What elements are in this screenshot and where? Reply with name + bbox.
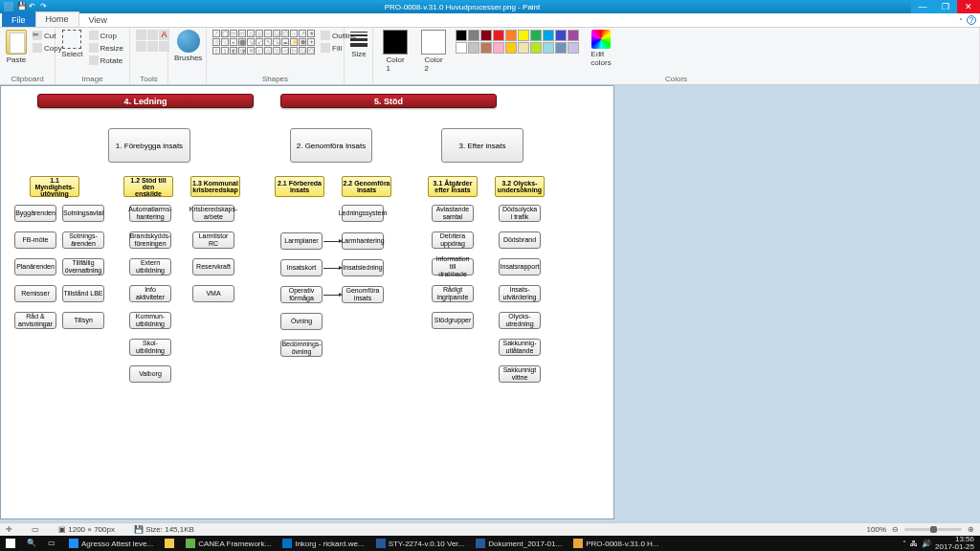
resize-button[interactable]: Resize bbox=[89, 42, 123, 54]
tab-file[interactable]: File bbox=[2, 13, 35, 27]
select-button[interactable]: Select bbox=[61, 30, 83, 58]
group-image: Select Crop Resize Rotate Image bbox=[56, 28, 130, 84]
zoom-out-button[interactable]: ⊖ bbox=[892, 525, 899, 534]
help-icon[interactable]: ? bbox=[967, 15, 976, 25]
canvas[interactable]: 4. Ledning5. Stöd1. Förebygga insats2. G… bbox=[0, 85, 614, 519]
box-11b: Sotningsavtal bbox=[62, 205, 104, 222]
tab-view[interactable]: View bbox=[79, 13, 117, 27]
box-12: Extern utbildning bbox=[129, 258, 171, 276]
word-icon bbox=[476, 539, 485, 548]
arrow bbox=[323, 295, 340, 296]
taskbar-item[interactable] bbox=[159, 536, 180, 551]
color-swatch[interactable] bbox=[480, 42, 492, 54]
zoom-in-button[interactable]: ⊕ bbox=[968, 525, 974, 534]
select-icon bbox=[62, 30, 81, 49]
box-12: Info aktiviteter bbox=[129, 285, 171, 302]
taskbar-item[interactable]: STY-2274-v.0.10 Ver... bbox=[370, 536, 471, 551]
color-swatch[interactable] bbox=[543, 42, 554, 54]
color-swatch[interactable] bbox=[518, 30, 529, 41]
outline-icon bbox=[321, 31, 330, 40]
color-swatch[interactable] bbox=[505, 42, 517, 54]
app-icon bbox=[4, 2, 13, 11]
crop-button[interactable]: Crop bbox=[89, 30, 123, 41]
pencil-icon[interactable] bbox=[136, 30, 146, 40]
process-1: 1. Förebygga insats bbox=[108, 128, 190, 163]
task-view-button[interactable]: ▭ bbox=[42, 536, 63, 551]
box-21: Operativ förmåga bbox=[280, 286, 323, 303]
tab-home[interactable]: Home bbox=[35, 11, 79, 27]
color-swatch[interactable] bbox=[568, 42, 579, 54]
box-13: Reservkraft bbox=[192, 258, 234, 276]
network-icon[interactable]: 🖧 bbox=[910, 540, 918, 548]
sub-11: 1.1 Myndighets- utövning bbox=[30, 176, 79, 197]
undo-icon[interactable]: ↶ bbox=[29, 2, 38, 11]
taskbar-item[interactable]: Dokument_2017-01... bbox=[470, 536, 568, 551]
color-swatch[interactable] bbox=[493, 42, 504, 54]
color-palette[interactable] bbox=[456, 30, 579, 54]
taskbar-item[interactable]: CANEA Framework... bbox=[180, 536, 277, 551]
color-swatch[interactable] bbox=[468, 42, 479, 54]
process-2: 2. Genomföra Insats bbox=[290, 128, 372, 163]
color-swatch[interactable] bbox=[555, 42, 567, 54]
box-22: Genomföra insats bbox=[342, 286, 384, 303]
sub-31: 3.1 Åtgärder efter insats bbox=[428, 176, 478, 197]
brushes-button[interactable]: Brushes bbox=[174, 30, 202, 62]
color-swatch[interactable] bbox=[480, 30, 492, 41]
color-swatch[interactable] bbox=[505, 30, 517, 41]
brush-icon bbox=[177, 30, 200, 53]
eraser-icon[interactable] bbox=[136, 41, 146, 52]
color-swatch[interactable] bbox=[530, 30, 542, 41]
color-swatch[interactable] bbox=[456, 30, 467, 41]
maximize-button[interactable]: ❐ bbox=[934, 0, 957, 13]
color-swatch[interactable] bbox=[456, 42, 467, 54]
canea-icon bbox=[186, 539, 195, 548]
paint-icon bbox=[573, 539, 583, 548]
shapes-gallery[interactable]: /◯▭▭△◇↔⬠⬡→↗★☆♡⬥⬤↘↙↖↘☁⚡⬟✦{}◐◑✕○△▽◁▷⬠⬡ bbox=[212, 30, 315, 55]
redo-icon[interactable]: ↷ bbox=[40, 2, 50, 11]
zoom-slider[interactable] bbox=[904, 528, 962, 531]
color2-button[interactable]: Color 2 bbox=[417, 30, 450, 73]
group-colors: Color 1 Color 2 Edit colors Colors bbox=[373, 28, 980, 84]
cursor-pos-icon: ✛ bbox=[6, 525, 12, 534]
title-bar: PRO-0008-v.31.0 Huvudprocesser.png - Pai… bbox=[0, 0, 980, 13]
tray-up-icon[interactable]: ˄ bbox=[902, 540, 906, 548]
minimize-button[interactable]: — bbox=[911, 0, 934, 13]
file-size: 💾 Size: 145,1KB bbox=[134, 525, 194, 534]
search-button[interactable]: 🔍 bbox=[21, 536, 42, 551]
start-button[interactable] bbox=[0, 536, 21, 551]
close-button[interactable]: ✕ bbox=[957, 0, 980, 13]
taskbar-item[interactable]: Agresso Attest leve... bbox=[63, 536, 159, 551]
color-swatch[interactable] bbox=[568, 30, 579, 41]
color1-button[interactable]: Color 1 bbox=[379, 30, 412, 73]
taskbar-item[interactable]: PRO-0008-v.31.0 H... bbox=[568, 536, 664, 551]
picker-icon[interactable] bbox=[147, 41, 158, 52]
size-button[interactable]: Size bbox=[350, 30, 368, 58]
box-13: Larmlistor RC bbox=[192, 231, 234, 249]
paste-button[interactable]: Paste bbox=[6, 30, 27, 64]
workspace[interactable]: 4. Ledning5. Stöd1. Förebygga insats2. G… bbox=[0, 85, 980, 522]
volume-icon[interactable]: 🔊 bbox=[922, 540, 931, 548]
box-32: Insats- utvärdering bbox=[499, 285, 541, 302]
box-32: Sakkunnigt vittne bbox=[499, 365, 541, 383]
taskbar-item[interactable]: Inkorg - rickard.we... bbox=[277, 536, 369, 551]
canvas-dim: ▣ 1200 × 700px bbox=[58, 525, 115, 534]
fill-icon[interactable] bbox=[147, 30, 158, 40]
fill-shape-icon bbox=[321, 43, 330, 53]
color-swatch[interactable] bbox=[530, 42, 542, 54]
sub-32: 3.2 Olycks- undersökning bbox=[495, 176, 545, 197]
group-clipboard: Paste ✂Cut Copy Clipboard bbox=[0, 28, 56, 84]
color-swatch[interactable] bbox=[518, 42, 529, 54]
rotate-icon bbox=[89, 55, 99, 65]
minimize-ribbon-icon[interactable]: ˄ bbox=[959, 17, 963, 26]
clock[interactable]: 13:562017-01-25 bbox=[935, 536, 974, 551]
color-swatch[interactable] bbox=[468, 30, 479, 41]
system-tray[interactable]: ˄ 🖧 🔊 13:562017-01-25 bbox=[897, 536, 980, 551]
rotate-button[interactable]: Rotate bbox=[89, 55, 123, 66]
edit-colors-button[interactable]: Edit colors bbox=[585, 30, 617, 67]
group-size: Size bbox=[345, 28, 373, 84]
color-swatch[interactable] bbox=[543, 30, 554, 41]
box-11a: Remisser bbox=[14, 285, 56, 302]
color-swatch[interactable] bbox=[555, 30, 567, 41]
color-swatch[interactable] bbox=[493, 30, 504, 41]
save-icon[interactable]: 💾 bbox=[17, 2, 27, 11]
